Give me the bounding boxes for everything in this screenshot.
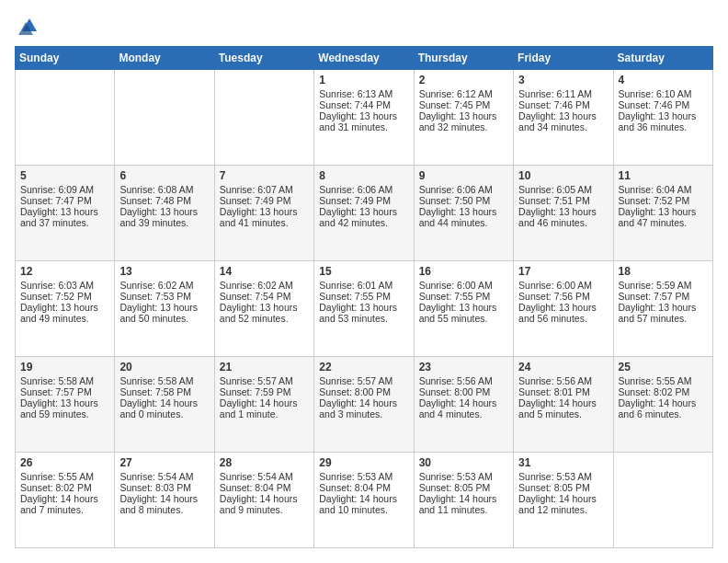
cell-content: Sunrise: 6:11 AM bbox=[518, 88, 608, 99]
day-number: 1 bbox=[319, 74, 408, 86]
cell-content: Daylight: 13 hours bbox=[20, 206, 109, 217]
cell-content: Daylight: 14 hours bbox=[619, 397, 708, 408]
cell-content: Daylight: 13 hours bbox=[419, 110, 508, 121]
cell-content: Sunset: 8:05 PM bbox=[419, 482, 508, 493]
cell-content: Daylight: 13 hours bbox=[619, 206, 708, 217]
cell-content: Daylight: 13 hours bbox=[119, 302, 209, 313]
day-number: 20 bbox=[119, 361, 209, 373]
calendar-week-0: 1Sunrise: 6:13 AMSunset: 7:44 PMDaylight… bbox=[16, 70, 713, 166]
day-number: 29 bbox=[319, 456, 408, 469]
cell-content: Sunrise: 6:00 AM bbox=[419, 280, 508, 291]
calendar-week-2: 12Sunrise: 6:03 AMSunset: 7:52 PMDayligh… bbox=[16, 261, 713, 357]
calendar-cell bbox=[214, 70, 313, 166]
logo bbox=[15, 15, 40, 37]
cell-content: Sunrise: 6:02 AM bbox=[220, 280, 309, 291]
calendar-table: SundayMondayTuesdayWednesdayThursdayFrid… bbox=[15, 46, 713, 548]
calendar-week-3: 19Sunrise: 5:58 AMSunset: 7:57 PMDayligh… bbox=[16, 357, 713, 453]
day-number: 15 bbox=[319, 265, 408, 278]
cell-content: Sunrise: 6:05 AM bbox=[518, 184, 608, 195]
cell-content: Sunrise: 5:55 AM bbox=[619, 375, 708, 386]
cell-content: and 7 minutes. bbox=[20, 504, 109, 515]
calendar-cell: 20Sunrise: 5:58 AMSunset: 7:58 PMDayligh… bbox=[115, 357, 214, 453]
calendar-cell: 21Sunrise: 5:57 AMSunset: 7:59 PMDayligh… bbox=[214, 357, 313, 453]
cell-content: Sunrise: 6:04 AM bbox=[619, 184, 708, 195]
cell-content: and 4 minutes. bbox=[419, 408, 508, 419]
day-number: 9 bbox=[419, 169, 508, 182]
cell-content: Daylight: 14 hours bbox=[20, 493, 109, 504]
calendar-cell: 18Sunrise: 5:59 AMSunset: 7:57 PMDayligh… bbox=[613, 261, 712, 357]
cell-content: Daylight: 13 hours bbox=[20, 397, 109, 408]
cell-content: Daylight: 13 hours bbox=[419, 206, 508, 217]
cell-content: Daylight: 14 hours bbox=[518, 397, 608, 408]
cell-content: Sunset: 8:00 PM bbox=[319, 386, 408, 397]
cell-content: Sunset: 7:50 PM bbox=[419, 195, 508, 206]
calendar-cell: 5Sunrise: 6:09 AMSunset: 7:47 PMDaylight… bbox=[16, 166, 115, 261]
cell-content: Daylight: 13 hours bbox=[619, 302, 708, 313]
calendar-cell: 7Sunrise: 6:07 AMSunset: 7:49 PMDaylight… bbox=[214, 166, 313, 261]
cell-content: Daylight: 13 hours bbox=[319, 110, 408, 121]
cell-content: Sunrise: 5:54 AM bbox=[119, 471, 209, 482]
cell-content: Sunrise: 5:58 AM bbox=[119, 375, 209, 386]
day-number: 23 bbox=[419, 361, 508, 373]
cell-content: Sunrise: 6:12 AM bbox=[419, 88, 508, 99]
cell-content: and 9 minutes. bbox=[220, 504, 309, 515]
calendar-cell bbox=[115, 70, 214, 166]
cell-content: Sunrise: 5:57 AM bbox=[220, 375, 309, 386]
calendar-header-row: SundayMondayTuesdayWednesdayThursdayFrid… bbox=[16, 47, 713, 70]
cell-content: Sunrise: 6:00 AM bbox=[518, 280, 608, 291]
cell-content: Sunset: 8:02 PM bbox=[20, 482, 109, 493]
cell-content: Sunrise: 5:56 AM bbox=[419, 375, 508, 386]
cell-content: and 44 minutes. bbox=[419, 217, 508, 228]
cell-content: Daylight: 13 hours bbox=[518, 302, 608, 313]
calendar-cell: 28Sunrise: 5:54 AMSunset: 8:04 PMDayligh… bbox=[214, 453, 313, 548]
cell-content: and 57 minutes. bbox=[619, 313, 708, 324]
day-number: 16 bbox=[419, 265, 508, 278]
calendar-header-wednesday: Wednesday bbox=[314, 47, 414, 70]
cell-content: Daylight: 13 hours bbox=[419, 302, 508, 313]
cell-content: and 50 minutes. bbox=[119, 313, 209, 324]
calendar-cell: 8Sunrise: 6:06 AMSunset: 7:49 PMDaylight… bbox=[314, 166, 414, 261]
calendar-cell bbox=[16, 70, 115, 166]
cell-content: Daylight: 13 hours bbox=[20, 302, 109, 313]
day-number: 31 bbox=[518, 456, 608, 469]
calendar-cell: 19Sunrise: 5:58 AMSunset: 7:57 PMDayligh… bbox=[16, 357, 115, 453]
day-number: 22 bbox=[319, 361, 408, 373]
cell-content: and 52 minutes. bbox=[220, 313, 309, 324]
calendar-header-monday: Monday bbox=[115, 47, 214, 70]
cell-content: Sunset: 8:00 PM bbox=[419, 386, 508, 397]
cell-content: and 5 minutes. bbox=[518, 408, 608, 419]
day-number: 14 bbox=[220, 265, 309, 278]
cell-content: Sunrise: 6:08 AM bbox=[119, 184, 209, 195]
page: SundayMondayTuesdayWednesdayThursdayFrid… bbox=[0, 0, 728, 563]
day-number: 30 bbox=[419, 456, 508, 469]
cell-content: Sunset: 7:44 PM bbox=[319, 99, 408, 110]
cell-content: and 34 minutes. bbox=[518, 121, 608, 132]
cell-content: and 36 minutes. bbox=[619, 121, 708, 132]
cell-content: Sunset: 7:57 PM bbox=[20, 386, 109, 397]
calendar-cell: 24Sunrise: 5:56 AMSunset: 8:01 PMDayligh… bbox=[514, 357, 613, 453]
calendar-cell: 30Sunrise: 5:53 AMSunset: 8:05 PMDayligh… bbox=[414, 453, 513, 548]
cell-content: Daylight: 13 hours bbox=[319, 302, 408, 313]
cell-content: Sunrise: 6:07 AM bbox=[220, 184, 309, 195]
calendar-header-tuesday: Tuesday bbox=[214, 47, 313, 70]
cell-content: and 0 minutes. bbox=[119, 408, 209, 419]
cell-content: and 41 minutes. bbox=[220, 217, 309, 228]
calendar-cell: 25Sunrise: 5:55 AMSunset: 8:02 PMDayligh… bbox=[613, 357, 712, 453]
cell-content: Daylight: 14 hours bbox=[220, 493, 309, 504]
day-number: 3 bbox=[518, 74, 608, 86]
cell-content: Sunset: 7:53 PM bbox=[119, 291, 209, 302]
calendar-cell: 12Sunrise: 6:03 AMSunset: 7:52 PMDayligh… bbox=[16, 261, 115, 357]
cell-content: Sunrise: 6:02 AM bbox=[119, 280, 209, 291]
day-number: 13 bbox=[119, 265, 209, 278]
cell-content: Sunrise: 5:56 AM bbox=[518, 375, 608, 386]
cell-content: and 53 minutes. bbox=[319, 313, 408, 324]
calendar-header-saturday: Saturday bbox=[613, 47, 712, 70]
cell-content: Sunset: 7:45 PM bbox=[419, 99, 508, 110]
day-number: 24 bbox=[518, 361, 608, 373]
cell-content: Sunset: 8:04 PM bbox=[220, 482, 309, 493]
cell-content: Sunset: 7:57 PM bbox=[619, 291, 708, 302]
day-number: 28 bbox=[220, 456, 309, 469]
calendar-cell: 2Sunrise: 6:12 AMSunset: 7:45 PMDaylight… bbox=[414, 70, 513, 166]
cell-content: Sunset: 7:56 PM bbox=[518, 291, 608, 302]
calendar-cell: 1Sunrise: 6:13 AMSunset: 7:44 PMDaylight… bbox=[314, 70, 414, 166]
